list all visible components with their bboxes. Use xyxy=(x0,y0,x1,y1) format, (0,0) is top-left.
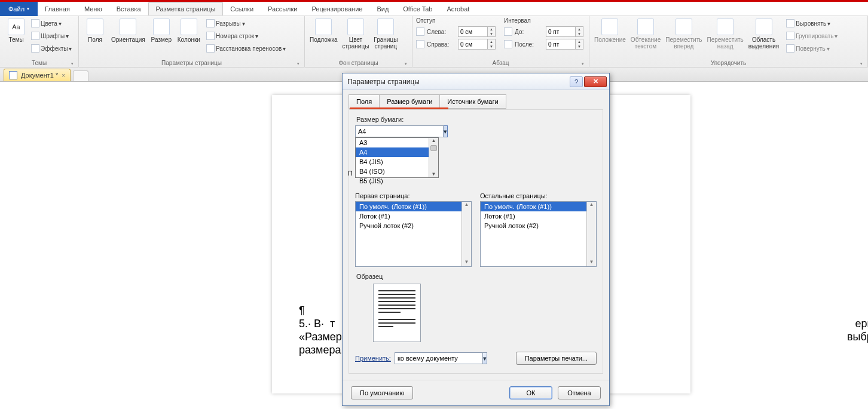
spacing-after-spin[interactable]: ▲▼ xyxy=(546,39,583,50)
tab-mailings[interactable]: Рассылки xyxy=(261,3,304,15)
dialog-close-button[interactable]: ✕ xyxy=(584,76,607,87)
bring-forward-button[interactable]: Переместить вперед xyxy=(664,17,703,51)
list-item[interactable]: По умолч. (Лоток (#1)) xyxy=(481,202,596,211)
breaks-icon xyxy=(206,19,215,27)
indent-right-input[interactable] xyxy=(459,41,487,48)
spin-down[interactable]: ▼ xyxy=(488,32,495,36)
margins-icon xyxy=(87,19,103,35)
ribbon-tabs: Файл Главная Меню Вставка Разметка стран… xyxy=(0,2,868,16)
dialog-tab-source[interactable]: Источник бумаги xyxy=(439,94,506,109)
spin-up[interactable]: ▲ xyxy=(576,39,583,44)
paper-size-input[interactable] xyxy=(355,125,444,137)
page-color-icon xyxy=(347,19,364,35)
list-item[interactable]: По умолч. (Лоток (#1)) xyxy=(356,202,471,211)
list-item[interactable]: Лоток (#1) xyxy=(481,211,596,221)
page-borders-button[interactable]: Границы страниц xyxy=(372,17,399,51)
other-pages-listbox[interactable]: По умолч. (Лоток (#1)) Лоток (#1) Ручной… xyxy=(480,201,597,267)
chevron-down-icon[interactable]: ▾ xyxy=(444,125,448,137)
wrap-button[interactable]: Обтекание текстом xyxy=(629,17,662,51)
list-item[interactable]: Ручной лоток (#2) xyxy=(481,221,596,230)
themes-button[interactable]: Aa Темы xyxy=(4,17,29,44)
option-b5-jis[interactable]: B5 (JIS) xyxy=(356,176,438,186)
spin-down[interactable]: ▼ xyxy=(576,32,583,36)
spacing-after-input[interactable] xyxy=(546,41,575,48)
tab-view[interactable]: Вид xyxy=(369,3,396,15)
columns-button[interactable]: Колонки xyxy=(176,17,201,44)
tab-file[interactable]: Файл xyxy=(0,2,38,16)
line-numbers-icon xyxy=(206,32,215,40)
spin-up[interactable]: ▲ xyxy=(576,27,583,32)
page-color-button[interactable]: Цвет страницы xyxy=(341,17,371,51)
size-button[interactable]: Размер xyxy=(149,17,174,44)
dialog-titlebar[interactable]: Параметры страницы ? ✕ xyxy=(343,73,609,90)
orientation-label: Ориентация xyxy=(111,36,145,43)
tab-references[interactable]: Ссылки xyxy=(223,3,261,15)
option-b4-iso[interactable]: B4 (ISO) xyxy=(356,167,438,176)
rotate-button[interactable]: Повернуть ▾ xyxy=(786,42,838,54)
dialog-tab-margins[interactable]: Поля xyxy=(349,94,380,109)
group-objects-button[interactable]: Группировать ▾ xyxy=(786,30,838,42)
indent-right-icon xyxy=(416,40,424,48)
document-tab[interactable]: Документ1 * × xyxy=(4,69,71,81)
indent-left-spin[interactable]: ▲▼ xyxy=(458,26,496,37)
listbox-scrollbar[interactable]: ▲▼ xyxy=(586,202,596,266)
spin-up[interactable]: ▲ xyxy=(488,27,495,32)
apply-to-combo[interactable]: ▾ xyxy=(395,352,484,364)
spin-up[interactable]: ▲ xyxy=(488,39,495,44)
new-tab-button[interactable] xyxy=(73,70,88,81)
print-options-button[interactable]: Параметры печати... xyxy=(516,352,597,365)
tab-menu[interactable]: Меню xyxy=(77,3,109,15)
breaks-button[interactable]: Разрывы ▾ xyxy=(206,17,286,29)
apply-to-input[interactable] xyxy=(395,352,483,364)
chevron-down-icon[interactable]: ▾ xyxy=(483,352,487,364)
option-a4[interactable]: A4 xyxy=(356,147,438,157)
hyphenation-button[interactable]: Расстановка переносов ▾ xyxy=(206,42,286,54)
colors-icon xyxy=(31,19,39,27)
watermark-icon xyxy=(315,19,332,35)
dialog-tab-paper[interactable]: Размер бумаги xyxy=(379,94,440,109)
dropdown-scrollbar[interactable]: ▲▼ xyxy=(429,138,438,177)
spacing-before-input[interactable] xyxy=(546,29,575,35)
option-b4-jis[interactable]: B4 (JIS) xyxy=(356,157,438,167)
margins-label: Поля xyxy=(88,36,102,43)
cancel-button[interactable]: Отмена xyxy=(558,386,601,399)
tab-review[interactable]: Рецензирование xyxy=(304,3,369,15)
paper-size-dropdown[interactable]: A3 A4 B4 (JIS) B4 (ISO) B5 (JIS) ▲▼ xyxy=(355,137,439,178)
align-button[interactable]: Выровнять ▾ xyxy=(786,17,838,29)
ok-button[interactable]: ОК xyxy=(509,386,552,399)
dialog-help-button[interactable]: ? xyxy=(570,76,583,87)
paper-size-combo[interactable]: ▾ xyxy=(355,125,439,137)
size-label: Размер xyxy=(151,36,172,43)
wrap-icon xyxy=(637,19,654,35)
spin-down[interactable]: ▼ xyxy=(576,44,583,49)
tab-home[interactable]: Главная xyxy=(38,3,77,15)
list-item[interactable]: Ручной лоток (#2) xyxy=(356,221,471,230)
watermark-button[interactable]: Подложка xyxy=(308,17,339,44)
spacing-before-spin[interactable]: ▲▼ xyxy=(546,26,583,37)
indent-right-spin[interactable]: ▲▼ xyxy=(458,39,496,50)
selection-pane-button[interactable]: Область выделения xyxy=(747,17,780,51)
orientation-button[interactable]: Ориентация xyxy=(110,17,146,44)
orientation-icon xyxy=(120,19,136,35)
list-item[interactable]: Лоток (#1) xyxy=(356,211,471,221)
option-a3[interactable]: A3 xyxy=(356,138,438,147)
close-doc-icon[interactable]: × xyxy=(62,72,65,79)
tab-insert[interactable]: Вставка xyxy=(109,3,148,15)
indent-left-input[interactable] xyxy=(459,29,487,35)
group-page-bg-label: Фон страницы xyxy=(308,59,408,67)
defaults-button[interactable]: По умолчанию xyxy=(351,386,413,399)
theme-colors[interactable]: Цвета ▾ xyxy=(31,17,72,29)
theme-fonts[interactable]: Шрифты ▾ xyxy=(31,30,72,42)
position-button[interactable]: Положение xyxy=(593,17,627,44)
theme-effects[interactable]: Эффекты ▾ xyxy=(31,42,72,54)
first-page-listbox[interactable]: По умолч. (Лоток (#1)) Лоток (#1) Ручной… xyxy=(355,201,472,267)
margins-button[interactable]: Поля xyxy=(82,17,108,44)
spin-down[interactable]: ▼ xyxy=(488,44,495,49)
listbox-scrollbar[interactable]: ▲▼ xyxy=(461,202,471,266)
tab-acrobat[interactable]: Acrobat xyxy=(439,3,476,15)
tab-office-tab[interactable]: Office Tab xyxy=(396,3,439,15)
hyphenation-label: Расстановка переносов xyxy=(216,45,282,52)
tab-page-layout[interactable]: Разметка страницы xyxy=(148,2,224,16)
line-numbers-button[interactable]: Номера строк ▾ xyxy=(206,30,286,42)
send-backward-button[interactable]: Переместить назад xyxy=(706,17,745,51)
